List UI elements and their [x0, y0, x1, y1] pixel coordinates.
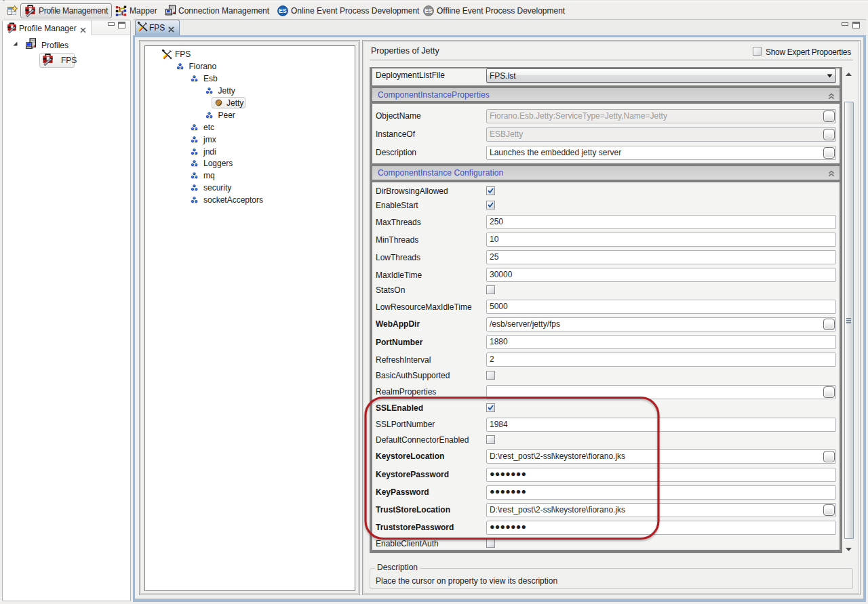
svg-text:ES: ES: [279, 7, 287, 14]
svg-text:ES: ES: [425, 7, 433, 14]
